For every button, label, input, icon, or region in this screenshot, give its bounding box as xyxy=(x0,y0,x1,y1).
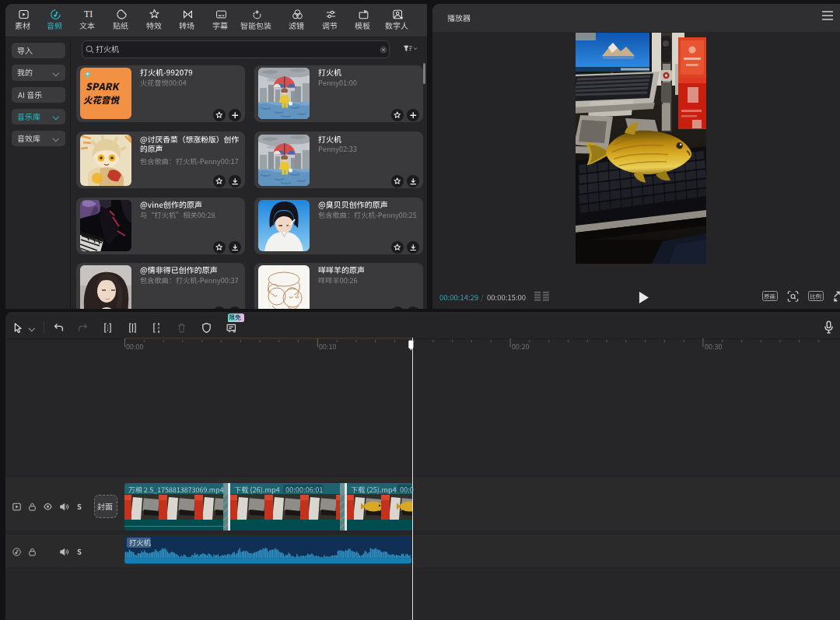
svg-text:TI: TI xyxy=(83,9,92,19)
